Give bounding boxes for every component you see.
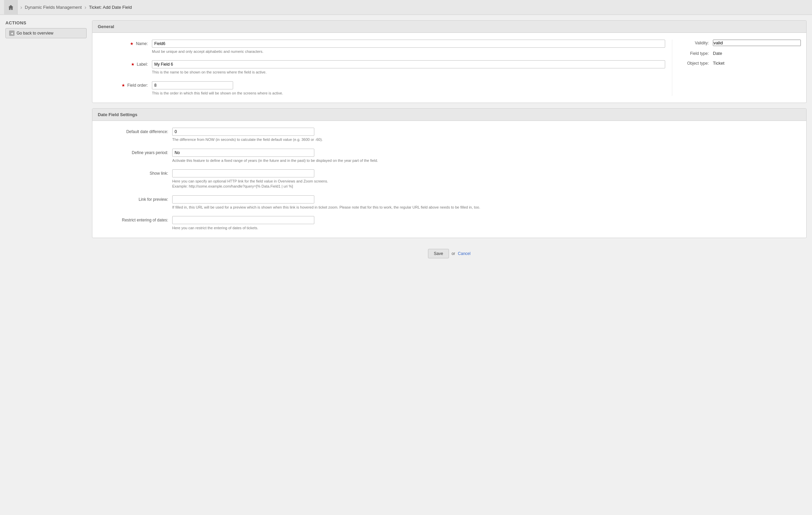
field-order-hint: This is the order in which this field wi… bbox=[152, 91, 665, 96]
general-two-col: ★ Name: Must be unique and only accept a… bbox=[98, 40, 801, 96]
label-row: ★ Label: This is the name to be shown on… bbox=[98, 60, 665, 75]
validity-label: Validity: bbox=[679, 41, 713, 45]
field-order-label: ★ Field order: bbox=[98, 81, 152, 88]
link-preview-row: Link for preview: If filled in, this URL… bbox=[98, 195, 801, 210]
date-settings-body: Default date difference: The difference … bbox=[92, 121, 806, 237]
link-preview-input[interactable] bbox=[172, 195, 314, 203]
general-left: ★ Name: Must be unique and only accept a… bbox=[98, 40, 672, 96]
name-row: ★ Name: Must be unique and only accept a… bbox=[98, 40, 665, 54]
label-input[interactable] bbox=[152, 60, 665, 68]
restrict-dates-label: Restrict entering of dates: bbox=[98, 216, 172, 222]
save-bar: Save or Cancel bbox=[92, 243, 807, 264]
go-back-button[interactable]: ◄ Go back to overview bbox=[5, 28, 87, 38]
show-link-hint: Here you can specify an optional HTTP li… bbox=[172, 179, 801, 189]
general-section: General ★ Name: Must be bbox=[92, 20, 807, 103]
back-arrow-icon: ◄ bbox=[9, 30, 15, 36]
field-order-field: This is the order in which this field wi… bbox=[152, 81, 665, 96]
general-right: Validity: Field type: Date bbox=[672, 40, 801, 96]
go-back-label: Go back to overview bbox=[17, 31, 53, 36]
show-link-input[interactable] bbox=[172, 169, 314, 177]
field-type-row: Field type: Date bbox=[679, 51, 801, 56]
field-type-value: Date bbox=[713, 51, 801, 56]
name-input[interactable] bbox=[152, 40, 665, 48]
link-preview-label: Link for preview: bbox=[98, 195, 172, 202]
label-required-star: ★ bbox=[131, 62, 135, 67]
name-required-star: ★ bbox=[130, 41, 134, 46]
content: General ★ Name: Must be bbox=[92, 20, 807, 510]
field-order-row: ★ Field order: This is the order in whic… bbox=[98, 81, 665, 96]
restrict-dates-hint: Here you can restrict the entering of da… bbox=[172, 226, 801, 231]
name-field: Must be unique and only accept alphabeti… bbox=[152, 40, 665, 54]
or-text: or bbox=[452, 251, 455, 256]
default-date-diff-label: Default date difference: bbox=[98, 128, 172, 134]
field-order-input[interactable] bbox=[152, 81, 233, 89]
breadcrumb-dynamic-fields[interactable]: Dynamic Fields Management bbox=[25, 5, 82, 10]
name-label: ★ Name: bbox=[98, 40, 152, 46]
define-years-input[interactable] bbox=[172, 149, 314, 157]
save-button[interactable]: Save bbox=[428, 249, 449, 258]
default-date-diff-input[interactable] bbox=[172, 128, 314, 136]
label-field: This is the name to be shown on the scre… bbox=[152, 60, 665, 75]
field-order-required-star: ★ bbox=[121, 83, 125, 88]
define-years-field: Activate this feature to define a fixed … bbox=[172, 149, 801, 163]
breadcrumb-sep-1: › bbox=[20, 4, 22, 10]
field-type-field: Date bbox=[713, 51, 801, 56]
default-date-diff-hint: The difference from NOW (in seconds) to … bbox=[172, 137, 801, 142]
general-section-body: ★ Name: Must be unique and only accept a… bbox=[92, 33, 806, 103]
label-label: ★ Label: bbox=[98, 60, 152, 67]
validity-input[interactable] bbox=[713, 40, 801, 46]
link-preview-field: If filled in, this URL will be used for … bbox=[172, 195, 801, 210]
name-hint: Must be unique and only accept alphabeti… bbox=[152, 49, 665, 54]
date-settings-section: Date Field Settings Default date differe… bbox=[92, 108, 807, 238]
link-preview-hint: If filled in, this URL will be used for … bbox=[172, 205, 801, 210]
restrict-dates-input[interactable] bbox=[172, 216, 314, 224]
label-hint: This is the name to be shown on the scre… bbox=[152, 70, 665, 75]
default-date-diff-row: Default date difference: The difference … bbox=[98, 128, 801, 142]
breadcrumb-sep-2: › bbox=[85, 4, 86, 10]
sidebar-title: Actions bbox=[5, 20, 87, 25]
show-link-row: Show link: Here you can specify an optio… bbox=[98, 169, 801, 189]
date-settings-header: Date Field Settings bbox=[92, 109, 806, 121]
restrict-dates-field: Here you can restrict the entering of da… bbox=[172, 216, 801, 231]
cancel-link[interactable]: Cancel bbox=[458, 251, 470, 256]
object-type-label: Object type: bbox=[679, 61, 713, 66]
object-type-value: Ticket bbox=[713, 61, 801, 66]
show-link-label: Show link: bbox=[98, 169, 172, 176]
show-link-field: Here you can specify an optional HTTP li… bbox=[172, 169, 801, 189]
restrict-dates-row: Restrict entering of dates: Here you can… bbox=[98, 216, 801, 231]
define-years-label: Define years period: bbox=[98, 149, 172, 155]
default-date-diff-field: The difference from NOW (in seconds) to … bbox=[172, 128, 801, 142]
object-type-field: Ticket bbox=[713, 61, 801, 66]
main-layout: Actions ◄ Go back to overview General ★ bbox=[0, 15, 812, 515]
define-years-row: Define years period: Activate this featu… bbox=[98, 149, 801, 163]
validity-row: Validity: bbox=[679, 40, 801, 46]
validity-field bbox=[713, 40, 801, 46]
object-type-row: Object type: Ticket bbox=[679, 61, 801, 66]
sidebar: Actions ◄ Go back to overview bbox=[5, 20, 87, 510]
home-icon[interactable] bbox=[4, 0, 18, 15]
define-years-hint: Activate this feature to define a fixed … bbox=[172, 158, 801, 163]
breadcrumb: › Dynamic Fields Management › Ticket: Ad… bbox=[0, 0, 812, 15]
field-type-label: Field type: bbox=[679, 51, 713, 56]
breadcrumb-add-date-field: Ticket: Add Date Field bbox=[89, 5, 132, 10]
general-section-header: General bbox=[92, 21, 806, 33]
